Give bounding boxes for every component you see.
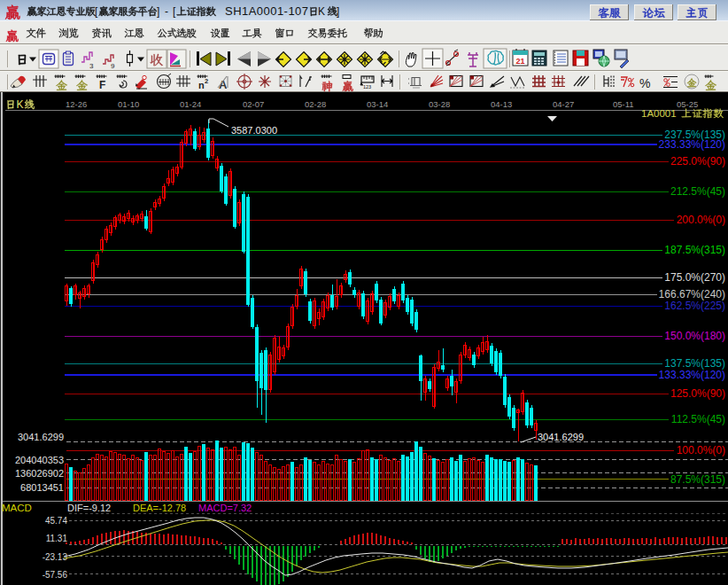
- svg-text:05-11: 05-11: [613, 99, 634, 109]
- svg-text:MACD=7.32: MACD=7.32: [198, 503, 252, 513]
- svg-text:-: -: [165, 5, 168, 18]
- svg-text:45.74: 45.74: [45, 516, 67, 526]
- svg-text:04-13: 04-13: [491, 99, 512, 109]
- svg-text:03-14: 03-14: [367, 99, 388, 109]
- svg-text:2: 2: [205, 77, 208, 85]
- svg-text:12-26: 12-26: [66, 99, 87, 109]
- svg-text:K: K: [318, 5, 325, 18]
- svg-text:9: 9: [111, 62, 115, 70]
- svg-text:112.5%(45): 112.5%(45): [671, 413, 725, 425]
- svg-text:K: K: [17, 98, 24, 111]
- svg-text:3041.6299: 3041.6299: [538, 432, 584, 442]
- svg-text:SH1A0001-107: SH1A0001-107: [225, 4, 308, 18]
- svg-text:n: n: [198, 80, 205, 90]
- svg-text:3041.6299: 3041.6299: [18, 432, 64, 442]
- svg-text:133.33%(120): 133.33%(120): [659, 369, 725, 381]
- svg-text:-57.56: -57.56: [43, 570, 68, 580]
- svg-text:05-25: 05-25: [677, 99, 698, 109]
- svg-text:DIF=-9.12: DIF=-9.12: [67, 503, 111, 513]
- svg-text:02-07: 02-07: [243, 99, 264, 109]
- svg-text:%: %: [639, 76, 650, 90]
- svg-text:01-10: 01-10: [118, 99, 139, 109]
- svg-text:136026902: 136026902: [15, 468, 64, 479]
- svg-text:100.0%(0): 100.0%(0): [677, 444, 725, 456]
- svg-text:68013451: 68013451: [20, 482, 64, 493]
- svg-text:187.5%(315): 187.5%(315): [664, 244, 725, 256]
- svg-text:F: F: [99, 79, 105, 91]
- svg-text:11.31: 11.31: [46, 534, 68, 543]
- svg-text:225.0%(90): 225.0%(90): [670, 155, 725, 168]
- svg-text:204040353: 204040353: [15, 455, 64, 465]
- svg-text:]: ]: [157, 5, 159, 18]
- svg-text:175.0%(270): 175.0%(270): [664, 271, 725, 284]
- svg-text:212.5%(45): 212.5%(45): [670, 185, 725, 198]
- svg-text:DEA=-12.78: DEA=-12.78: [133, 503, 186, 513]
- svg-text:01-24: 01-24: [180, 99, 201, 109]
- svg-text:162.5%(225): 162.5%(225): [664, 300, 725, 312]
- svg-text:21: 21: [516, 57, 525, 66]
- svg-text:-23.13: -23.13: [43, 552, 68, 562]
- svg-text:02-28: 02-28: [305, 99, 326, 109]
- svg-text:3: 3: [89, 62, 94, 70]
- svg-text:166.67%(240): 166.67%(240): [659, 288, 725, 300]
- svg-text:MACD: MACD: [2, 503, 32, 513]
- svg-text:]: ]: [337, 5, 339, 18]
- svg-text:125.0%(90): 125.0%(90): [670, 387, 725, 400]
- svg-text:03-28: 03-28: [429, 99, 450, 109]
- svg-text:123: 123: [363, 84, 371, 90]
- svg-text:04-27: 04-27: [553, 99, 574, 109]
- svg-text:233.33%(120): 233.33%(120): [659, 138, 725, 151]
- svg-text:150.0%(180): 150.0%(180): [664, 330, 725, 342]
- svg-text:87.5%(315): 87.5%(315): [670, 473, 725, 486]
- svg-text:3587.0300: 3587.0300: [231, 125, 277, 136]
- svg-text:1A0001: 1A0001: [641, 108, 677, 119]
- svg-text:200.0%(0): 200.0%(0): [677, 214, 725, 226]
